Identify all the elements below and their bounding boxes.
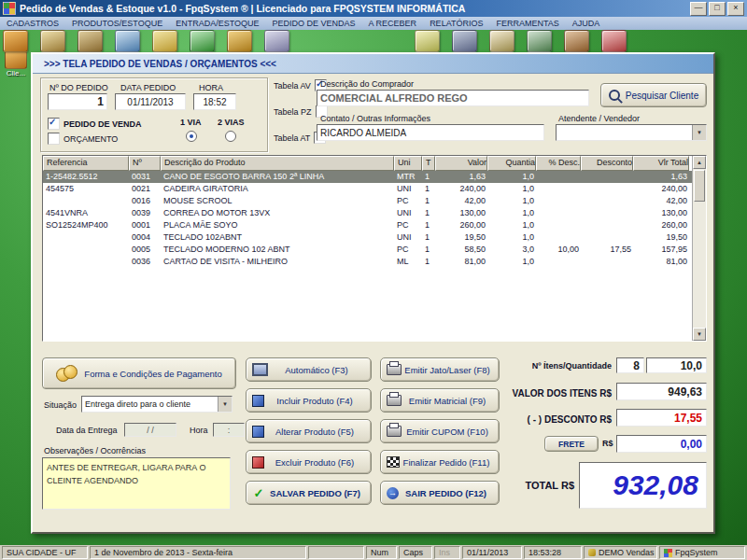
menu-item-a-receber[interactable]: A RECEBER	[362, 17, 424, 30]
menu-item-produtos-estoque[interactable]: PRODUTOS/ESTOQUE	[65, 17, 169, 30]
table-cell	[536, 195, 581, 207]
orcamento-checkbox[interactable]: ORÇAMENTO	[48, 133, 118, 145]
button-label: Emitir Jato/Laser (F8)	[402, 365, 493, 375]
button-label: Alterar Produto (F5)	[264, 427, 365, 437]
via2-radio[interactable]	[225, 131, 236, 142]
table-row[interactable]: 0004TECLADO 102ABNTUNI119,501,019,50	[43, 231, 706, 244]
column-header[interactable]: T	[422, 156, 435, 171]
table-row[interactable]: 0036CARTAO DE VISITA - MILHEIROML181,001…	[43, 256, 706, 268]
sales-order-icon[interactable]	[152, 30, 177, 52]
tabela-pz-checkbox[interactable]: Tabela PZ	[274, 105, 328, 118]
menu-item-cadastros[interactable]: CADASTROS	[0, 17, 65, 30]
chevron-down-icon[interactable]	[218, 397, 232, 412]
suppliers-icon[interactable]	[40, 30, 65, 52]
column-header[interactable]: % Desc.	[536, 156, 581, 171]
pedido-de-venda-checkbox[interactable]: PEDIDO DE VENDA	[48, 118, 142, 130]
products-grid: ReferenciaNºDescrição do ProdutoUniTValo…	[42, 155, 707, 342]
automatico-button[interactable]: Automático (F3)	[246, 357, 372, 382]
table-cell: 1	[422, 207, 435, 219]
column-header[interactable]: Quantia	[487, 156, 536, 171]
calculator-icon[interactable]	[452, 30, 477, 52]
table-row[interactable]: 4545750021CADEIRA GIRATORIAUNI1240,001,0…	[43, 183, 706, 195]
frete-button[interactable]: FRETE	[544, 436, 599, 452]
scroll-down-icon[interactable]	[693, 328, 706, 341]
table-row[interactable]: SO12524MP4000001PLACA MÃE SOYOPC1260,001…	[43, 219, 706, 231]
scroll-up-icon[interactable]	[693, 156, 706, 169]
products-icon[interactable]	[78, 30, 103, 52]
button-label: Emitir CUPOM (F10)	[402, 427, 493, 437]
table-row[interactable]: 0016MOUSE SCROOLPC142,001,042,00	[43, 195, 706, 207]
contact-field[interactable]: RICARDO ALMEIDA	[317, 124, 544, 141]
printer-icon[interactable]	[264, 30, 289, 52]
table-row[interactable]: 1-25482.55120031CANO DE ESGOTO BARRA 150…	[43, 171, 706, 183]
emitir-cupom-button[interactable]: Emitir CUPOM (F10)	[380, 419, 500, 443]
exit-icon[interactable]	[601, 30, 627, 52]
buyer-description-field[interactable]: COMERCIAL ALFREDO REGO	[317, 90, 589, 106]
column-header[interactable]: Vlr Total	[633, 156, 689, 171]
menu-item-pedido-de-vendas[interactable]: PEDIDO DE VENDAS	[266, 17, 362, 30]
order-number-field[interactable]: 1	[48, 93, 107, 110]
column-header[interactable]: Nº	[129, 156, 161, 171]
order-time-field[interactable]: 18:52	[193, 93, 236, 110]
close-button[interactable]: ×	[727, 2, 744, 16]
menu-item-ferramentas[interactable]: FERRAMENTAS	[489, 17, 565, 30]
pesquisar-cliente-button[interactable]: Pesquisar Cliente	[600, 83, 707, 107]
scrollbar-thumb[interactable]	[694, 170, 705, 202]
desktop-shortcut[interactable]: Clie...	[2, 50, 30, 77]
desktop: Pedido de Vendas & Estoque v1.0 - FpqSys…	[0, 0, 747, 560]
phone-icon[interactable]	[527, 30, 552, 52]
items-quantity-box: 10,0	[646, 357, 707, 373]
delivery-date-field[interactable]: / /	[124, 423, 176, 437]
column-header[interactable]: Referencia	[43, 156, 129, 171]
via1-radio[interactable]	[186, 131, 197, 142]
menu-item-ajuda[interactable]: AJUDA	[566, 17, 607, 30]
maximize-button[interactable]: □	[709, 2, 726, 16]
salvar-pedido-button[interactable]: ✓SALVAR PEDIDO (F7)	[246, 481, 372, 505]
menu-item-entrada-estoque[interactable]: ENTRADA/ESTOQUE	[169, 17, 265, 30]
table-row[interactable]: 4541VNRA0039CORREA DO MOTOR 13VXUNI1130,…	[43, 207, 706, 219]
emitir-jato-laser-button[interactable]: Emitir Jato/Laser (F8)	[380, 357, 500, 382]
table-cell: 1,63	[435, 171, 487, 183]
reports-icon[interactable]	[415, 30, 440, 52]
chevron-down-icon[interactable]	[692, 125, 706, 140]
order-date-field[interactable]: 01/11/2013	[115, 93, 186, 110]
items-value-label: VALOR DOS ITENS R$	[509, 388, 612, 399]
tabela-av-label: Tabela AV	[274, 81, 311, 91]
table-cell: ML	[394, 256, 422, 268]
alterar-produto-button[interactable]: Alterar Produto (F5)	[246, 419, 372, 443]
situation-combo[interactable]: Entrega direto para o cliente	[81, 396, 233, 413]
receivables-icon[interactable]	[227, 30, 252, 52]
salesperson-combo[interactable]	[556, 124, 707, 141]
table-cell: MOUSE SCROOL	[161, 195, 394, 207]
menu-item-relat-rios[interactable]: RELATÓRIOS	[423, 17, 489, 30]
minimize-button[interactable]: —	[690, 2, 707, 16]
vertical-scrollbar[interactable]	[692, 156, 706, 341]
money-icon[interactable]	[190, 30, 215, 52]
delivery-time-label: Hora	[190, 426, 208, 435]
table-cell: PLACA MÃE SOYO	[161, 219, 394, 231]
emitir-matricial-button[interactable]: Emitir Matricial (F9)	[380, 388, 500, 413]
table-row[interactable]: 0005TECLADO MODERNO 102 ABNTPC158,503,01…	[43, 244, 706, 256]
delivery-time-field[interactable]: :	[213, 423, 245, 437]
column-header[interactable]: Valor	[435, 156, 487, 171]
excluir-produto-button[interactable]: Excluir Produto (F6)	[246, 450, 372, 474]
incluir-produto-button[interactable]: Incluir Produto (F4)	[246, 388, 372, 413]
column-header[interactable]: Desconto	[581, 156, 633, 171]
calendar-icon[interactable]	[489, 30, 514, 52]
tools-icon[interactable]	[564, 30, 589, 52]
column-header[interactable]: Uni	[394, 156, 422, 171]
table-cell: 42,00	[435, 195, 487, 207]
table-cell: 1,0	[487, 183, 536, 195]
sair-pedido-button[interactable]: →SAIR PEDIDO (F12)	[380, 481, 500, 505]
column-header[interactable]: Descrição do Produto	[161, 156, 394, 171]
payment-terms-button[interactable]: Forma e Condições de Pagamento	[42, 357, 236, 389]
finalizar-pedido-button[interactable]: Finalizar Pedido (F11)	[380, 450, 500, 474]
observations-textarea[interactable]: ANTES DE ENTREGAR, LIGARA PARA O CLEINTE…	[42, 457, 231, 510]
search-icon	[609, 90, 620, 101]
clients-icon[interactable]	[3, 30, 28, 52]
salesperson-label: Atendente / Vendedor	[558, 114, 640, 123]
pedido-de-venda-label: PEDIDO DE VENDA	[63, 119, 142, 129]
payment-terms-label: Forma e Condições de Pagamento	[84, 369, 221, 379]
stock-entry-icon[interactable]	[115, 30, 140, 52]
via2-label: 2 VIAS	[218, 118, 245, 127]
